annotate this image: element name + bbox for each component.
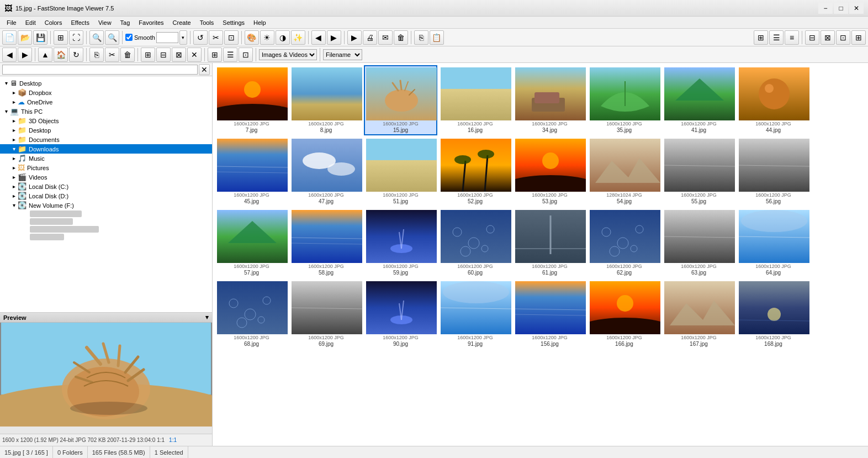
nav-close-btn[interactable]: ✕: [187, 48, 202, 62]
view-opt4-btn[interactable]: ⊞: [851, 30, 866, 45]
tree-subitem-4[interactable]: ████████: [20, 233, 212, 241]
expand-desktop2[interactable]: ▸: [10, 127, 18, 133]
thumbnail-item[interactable]: 1600x1200 JPG8.jpg: [289, 65, 363, 135]
new-button[interactable]: 📄: [2, 30, 17, 45]
contrast-btn[interactable]: ◑: [276, 30, 290, 45]
tree-item-desktop2[interactable]: ▸ 📁 Desktop: [0, 125, 212, 135]
menu-view[interactable]: View: [94, 18, 116, 27]
menu-favorites[interactable]: Favorites: [134, 18, 168, 27]
tree-subitem-1[interactable]: ████████████: [20, 210, 212, 218]
tree-subitem-3[interactable]: ████████████████: [20, 225, 212, 233]
tree-item-dropbox[interactable]: ▸ 📦 Dropbox: [0, 88, 212, 97]
prev-btn[interactable]: ◀: [311, 30, 326, 45]
nav-home-btn[interactable]: 🏠: [54, 48, 68, 62]
thumbnail-item[interactable]: 1600x1200 JPG62.jpg: [588, 208, 661, 278]
list-view-btn[interactable]: ☰: [769, 30, 784, 45]
fullscreen-button[interactable]: ⛶: [69, 30, 83, 45]
thumbnail-item[interactable]: 1600x1200 JPG56.jpg: [737, 136, 810, 207]
tree-item-pictures[interactable]: ▸ 🖼 Pictures: [0, 163, 212, 172]
filter-select[interactable]: Images & Videos Images Only Videos Only …: [259, 49, 317, 60]
preview-header[interactable]: Preview ▾: [0, 313, 212, 323]
nav-forward-btn[interactable]: ▶: [18, 48, 32, 62]
nav-back-btn[interactable]: ◀: [2, 48, 17, 62]
thumb-view-button[interactable]: ⊞: [54, 30, 68, 45]
tree-item-music[interactable]: ▸ 🎵 Music: [0, 154, 212, 163]
thumbnail-item[interactable]: 1600x1200 JPG52.jpg: [438, 136, 512, 207]
expand-downloads[interactable]: ▾: [10, 146, 18, 152]
nav-copy-btn[interactable]: ⎘: [89, 48, 104, 62]
tree-item-downloads[interactable]: ▾ 📁 Downloads: [0, 144, 212, 154]
expand-desktop[interactable]: ▾: [2, 80, 10, 86]
expand-thispc[interactable]: ▾: [2, 108, 10, 114]
expand-videos[interactable]: ▸: [10, 174, 18, 180]
expand-newvol[interactable]: ▾: [10, 202, 18, 208]
thumbnail-item[interactable]: 1600x1200 JPG68.jpg: [215, 279, 288, 349]
crop-button[interactable]: ✂: [209, 30, 223, 45]
brightness-btn[interactable]: ☀: [260, 30, 274, 45]
folder-tree[interactable]: ▾ 🖥 Desktop ▸ 📦 Dropbox ▸ ☁ OneDrive ▾ 💻…: [0, 76, 212, 312]
tree-subitem-2[interactable]: ██████████: [20, 218, 212, 225]
sort-select[interactable]: Filename File Size Date Extension: [323, 49, 362, 60]
thumbnail-item[interactable]: 1600x1200 JPG90.jpg: [364, 279, 437, 349]
thumbnail-item[interactable]: 1280x1024 JPG54.jpg: [588, 136, 661, 207]
thumbnail-item[interactable]: 1600x1200 JPG34.jpg: [513, 65, 586, 135]
folder-address-input[interactable]: [2, 65, 198, 75]
menu-settings[interactable]: Settings: [218, 18, 249, 27]
thumbnail-item[interactable]: 1600x1200 JPG35.jpg: [588, 65, 661, 135]
open-button[interactable]: 📂: [18, 30, 32, 45]
thumbnail-item[interactable]: 1600x1200 JPG47.jpg: [289, 136, 363, 207]
tree-item-documents[interactable]: ▸ 📁 Documents: [0, 135, 212, 144]
thumbnail-item[interactable]: 1600x1200 JPG16.jpg: [438, 65, 512, 135]
tree-item-locald[interactable]: ▸ 💽 Local Disk (D:): [0, 191, 212, 201]
resize-button[interactable]: ⊡: [224, 30, 239, 45]
zoom-in-button[interactable]: 🔍: [89, 30, 104, 45]
expand-onedrive[interactable]: ▸: [10, 99, 18, 105]
next-btn[interactable]: ▶: [327, 30, 341, 45]
view-opt3-btn[interactable]: ⊡: [836, 30, 850, 45]
detail-view-btn[interactable]: ≡: [785, 30, 799, 45]
tree-item-thispc[interactable]: ▾ 💻 This PC: [0, 107, 212, 116]
nav-deselect-btn[interactable]: ⊟: [156, 48, 171, 62]
color-btn[interactable]: 🎨: [245, 30, 259, 45]
email-btn[interactable]: ✉: [378, 30, 393, 45]
thumbnail-grid[interactable]: 1600x1200 JPG7.jpg 1600x1200 JPG8.jpg 16…: [213, 63, 868, 446]
thumbnail-item[interactable]: 1600x1200 JPG61.jpg: [513, 208, 586, 278]
close-button[interactable]: ✕: [849, 3, 864, 14]
minimize-button[interactable]: −: [818, 3, 833, 14]
thumbnail-item[interactable]: 1600x1200 JPG91.jpg: [438, 279, 512, 349]
nav-list-btn[interactable]: ☰: [223, 48, 237, 62]
thumbnail-item[interactable]: 1600x1200 JPG60.jpg: [438, 208, 512, 278]
nav-invert-btn[interactable]: ⊠: [172, 48, 186, 62]
thumbnail-item[interactable]: 1600x1200 JPG59.jpg: [364, 208, 437, 278]
menu-create[interactable]: Create: [168, 18, 195, 27]
nav-move-btn[interactable]: ✂: [105, 48, 119, 62]
thumbnail-item[interactable]: 1600x1200 JPG44.jpg: [737, 65, 810, 135]
tree-item-3dobjects[interactable]: ▸ 📁 3D Objects: [0, 116, 212, 125]
expand-documents[interactable]: ▸: [10, 136, 18, 143]
tree-item-onedrive[interactable]: ▸ ☁ OneDrive: [0, 97, 212, 107]
thumbnail-item[interactable]: 1600x1200 JPG41.jpg: [662, 65, 735, 135]
address-go-btn[interactable]: ✕: [199, 64, 210, 75]
menu-edit[interactable]: Edit: [21, 18, 40, 27]
expand-pictures[interactable]: ▸: [10, 165, 18, 171]
tree-item-videos[interactable]: ▸ 🎬 Videos: [0, 172, 212, 182]
thumbnail-item[interactable]: 1600x1200 JPG51.jpg: [364, 136, 437, 207]
expand-3dobjects[interactable]: ▸: [10, 118, 18, 124]
expand-locald[interactable]: ▸: [10, 193, 18, 199]
thumbnail-item[interactable]: 1600x1200 JPG64.jpg: [737, 208, 810, 278]
smooth-checkbox[interactable]: [125, 34, 133, 41]
tree-item-newvol[interactable]: ▾ 💽 New Volume (F:): [0, 201, 212, 210]
menu-file[interactable]: File: [2, 18, 21, 27]
slideshow-btn[interactable]: ▶: [347, 30, 362, 45]
menu-effects[interactable]: Effects: [67, 18, 94, 27]
expand-music[interactable]: ▸: [10, 155, 18, 161]
print-btn[interactable]: 🖨: [363, 30, 377, 45]
effects-btn[interactable]: ✨: [291, 30, 305, 45]
nav-refresh-btn[interactable]: ↻: [69, 48, 83, 62]
save-button[interactable]: 💾: [33, 30, 47, 45]
thumbnail-item[interactable]: 1600x1200 JPG168.jpg: [737, 279, 810, 349]
thumbnail-item[interactable]: 1600x1200 JPG45.jpg: [215, 136, 288, 207]
thumbnail-item[interactable]: 1600x1200 JPG63.jpg: [662, 208, 735, 278]
zoom-out-button[interactable]: 🔍: [105, 30, 119, 45]
maximize-button[interactable]: □: [834, 3, 848, 14]
